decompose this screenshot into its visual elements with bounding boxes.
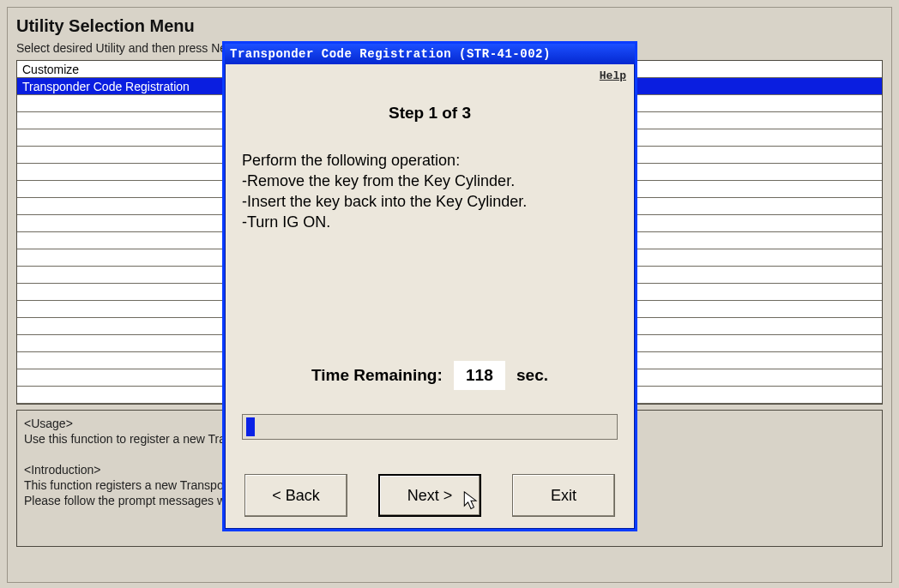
next-button[interactable]: Next > [378,474,481,517]
step-label: Step 1 of 3 [225,104,635,123]
back-button[interactable]: < Back [244,474,347,517]
time-remaining-unit: sec. [516,366,548,384]
time-remaining-value: 118 [454,361,505,390]
page-title: Utility Selection Menu [16,16,884,36]
time-remaining-row: Time Remaining: 118 sec. [225,361,635,390]
dialog-titlebar[interactable]: Transponder Code Registration (STR-41-00… [225,44,635,64]
transponder-registration-dialog: Transponder Code Registration (STR-41-00… [222,41,637,531]
dialog-title: Transponder Code Registration (STR-41-00… [230,47,551,61]
instructions-text: Perform the following operation: -Remove… [242,150,618,232]
help-link[interactable]: Help [600,69,626,82]
progress-bar [242,414,618,440]
exit-button[interactable]: Exit [512,474,615,517]
time-remaining-label: Time Remaining: [311,366,443,384]
progress-fill [246,417,255,436]
dialog-button-row: < Back Next > Exit [225,474,635,517]
